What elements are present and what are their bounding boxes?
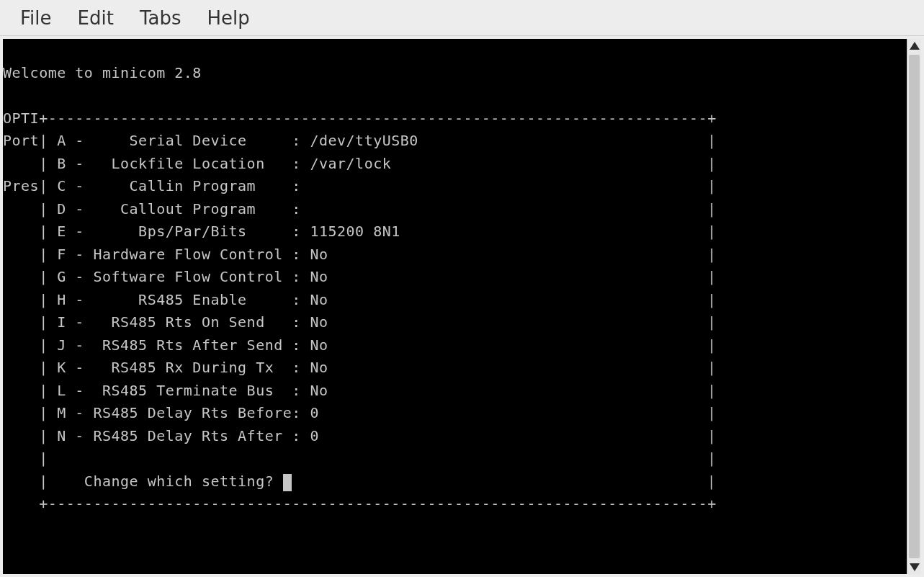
terminal-line: | J - RS485 Rts After Send : No | (3, 334, 907, 357)
menu-tabs[interactable]: Tabs (127, 3, 194, 33)
menu-edit[interactable]: Edit (65, 3, 127, 33)
terminal-line: Welcome to minicom 2.8 (3, 62, 907, 85)
app-window: File Edit Tabs Help Welcome to minicom 2… (0, 0, 924, 577)
terminal-line: | F - Hardware Flow Control : No | (3, 243, 907, 267)
terminal-line: | I - RS485 Rts On Send : No | (3, 311, 907, 334)
terminal-line: | E - Bps/Par/Bits : 115200 8N1 | (3, 220, 907, 243)
scroll-up-icon[interactable] (910, 42, 920, 50)
terminal-line: +---------------------------------------… (3, 493, 907, 516)
menu-help[interactable]: Help (194, 3, 262, 33)
terminal-line: | | (3, 447, 907, 470)
content-area: Welcome to minicom 2.8OPTI+-------------… (0, 36, 924, 577)
terminal-line (3, 39, 907, 62)
scroll-thumb[interactable] (909, 55, 920, 558)
terminal-line: | N - RS485 Delay Rts After : 0 | (3, 425, 907, 448)
terminal-line: | H - RS485 Enable : No | (3, 289, 907, 312)
terminal-line: | G - Software Flow Control : No | (3, 266, 907, 289)
terminal-line: | B - Lockfile Location : /var/lock | (3, 153, 907, 176)
menu-file[interactable]: File (7, 3, 65, 33)
menubar: File Edit Tabs Help (0, 0, 924, 36)
terminal-line: | K - RS485 Rx During Tx : No | (3, 357, 907, 380)
scroll-down-icon[interactable] (910, 563, 920, 571)
terminal[interactable]: Welcome to minicom 2.8OPTI+-------------… (3, 39, 907, 574)
terminal-line: | L - RS485 Terminate Bus : No | (3, 380, 907, 403)
cursor (283, 474, 292, 491)
terminal-line: Port| A - Serial Device : /dev/ttyUSB0 | (3, 130, 907, 153)
scrollbar[interactable] (907, 39, 921, 574)
terminal-line: | M - RS485 Delay Rts Before: 0 | (3, 402, 907, 425)
terminal-line: | D - Callout Program : | (3, 198, 907, 221)
terminal-line: OPTI+-----------------------------------… (3, 107, 907, 130)
prompt-line[interactable]: | Change which setting? | (3, 470, 907, 493)
terminal-line (3, 84, 907, 107)
terminal-line: Pres| C - Callin Program : | (3, 175, 907, 198)
